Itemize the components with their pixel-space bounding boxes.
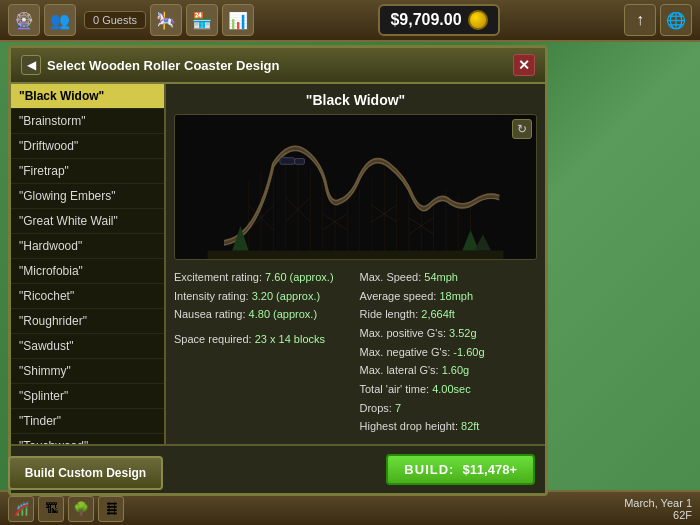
avg-speed-stat: Average speed: 18mph xyxy=(360,287,538,306)
shop-icon[interactable]: 🏪 xyxy=(186,4,218,36)
back-button[interactable]: ◀ xyxy=(21,55,41,75)
list-item[interactable]: "Hardwood" xyxy=(11,234,164,259)
neg-g-stat: Max. negative G's: -1.60g xyxy=(360,343,538,362)
dialog-title-left: ◀ Select Wooden Roller Coaster Design xyxy=(21,55,279,75)
list-item[interactable]: "Brainstorm" xyxy=(11,109,164,134)
list-item[interactable]: "Microfobia" xyxy=(11,259,164,284)
build-button[interactable]: BUILD: $11,478+ xyxy=(386,454,535,485)
max-speed-stat: Max. Speed: 54mph xyxy=(360,268,538,287)
excitement-stat: Excitement rating: 7.60 (approx.) xyxy=(174,268,352,287)
guest-count: 0 Guests xyxy=(84,11,146,29)
money-display: $9,709.00 xyxy=(378,4,499,36)
temperature-text: 62F xyxy=(673,509,692,521)
construction-icon[interactable]: 🏗 xyxy=(38,496,64,522)
nausea-stat: Nausea rating: 4.80 (approx.) xyxy=(174,305,352,324)
ride-length-stat: Ride length: 2,664ft xyxy=(360,305,538,324)
list-item[interactable]: "Tinder" xyxy=(11,409,164,434)
pos-g-stat: Max. positive G's: 3.52g xyxy=(360,324,538,343)
custom-design-button[interactable]: Build Custom Design xyxy=(8,456,163,490)
top-bar: 🎡 👥 0 Guests 🎠 🏪 📊 $9,709.00 ↑ 🌐 xyxy=(0,0,700,42)
date-weather: March, Year 1 62F xyxy=(624,497,692,521)
list-item[interactable]: "Black Widow" xyxy=(11,84,164,109)
scenery-icon[interactable]: 🌳 xyxy=(68,496,94,522)
list-item[interactable]: "Glowing Embers" xyxy=(11,184,164,209)
list-item[interactable]: "Great White Wail" xyxy=(11,209,164,234)
list-item[interactable]: "Firetrap" xyxy=(11,159,164,184)
globe-btn[interactable]: 🌐 xyxy=(660,4,692,36)
list-item[interactable]: "Ricochet" xyxy=(11,284,164,309)
build-price: $11,478+ xyxy=(462,462,517,477)
space-stat: Space required: 23 x 14 blocks xyxy=(174,330,352,349)
svg-rect-32 xyxy=(208,251,504,259)
coaster-preview: ↻ xyxy=(174,114,537,260)
drops-stat: Drops: 7 xyxy=(360,399,538,418)
stats-left: Excitement rating: 7.60 (approx.) Intens… xyxy=(174,268,352,436)
list-item[interactable]: "Splinter" xyxy=(11,384,164,409)
scroll-up-btn[interactable]: ↑ xyxy=(624,4,656,36)
date-text: March, Year 1 xyxy=(624,497,692,509)
list-item[interactable]: "Roughrider" xyxy=(11,309,164,334)
money-amount: $9,709.00 xyxy=(390,11,461,29)
dialog-title-bar: ◀ Select Wooden Roller Coaster Design ✕ xyxy=(11,48,545,84)
svg-rect-30 xyxy=(280,158,295,165)
menu-icon[interactable]: 🎡 xyxy=(8,4,40,36)
finance-icon[interactable]: 📊 xyxy=(222,4,254,36)
list-item[interactable]: "Touchwood" xyxy=(11,434,164,444)
coaster-select-dialog: ◀ Select Wooden Roller Coaster Design ✕ … xyxy=(8,45,548,496)
lat-g-stat: Max. lateral G's: 1.60g xyxy=(360,361,538,380)
dialog-title: Select Wooden Roller Coaster Design xyxy=(47,58,279,73)
dialog-body: "Black Widow""Brainstorm""Driftwood""Fir… xyxy=(11,84,545,444)
list-item[interactable]: "Shimmy" xyxy=(11,359,164,384)
guests-icon[interactable]: 👥 xyxy=(44,4,76,36)
bottom-icons: 🎢 🏗 🌳 🛤 xyxy=(8,496,124,522)
intensity-stat: Intensity rating: 3.20 (approx.) xyxy=(174,287,352,306)
coin-icon xyxy=(468,10,488,30)
svg-rect-31 xyxy=(295,159,305,165)
list-item[interactable]: "Driftwood" xyxy=(11,134,164,159)
build-label: BUILD: xyxy=(404,462,454,477)
stats-right: Max. Speed: 54mph Average speed: 18mph R… xyxy=(360,268,538,436)
air-time-stat: Total 'air' time: 4.00sec xyxy=(360,380,538,399)
stats-container: Excitement rating: 7.60 (approx.) Intens… xyxy=(174,268,537,436)
refresh-btn[interactable]: ↻ xyxy=(512,119,532,139)
path-icon[interactable]: 🛤 xyxy=(98,496,124,522)
ride-icon[interactable]: 🎠 xyxy=(150,4,182,36)
close-button[interactable]: ✕ xyxy=(513,54,535,76)
list-item[interactable]: "Sawdust" xyxy=(11,334,164,359)
coaster-list[interactable]: "Black Widow""Brainstorm""Driftwood""Fir… xyxy=(11,84,166,444)
top-right-controls: ↑ 🌐 xyxy=(624,4,692,36)
coaster-detail: "Black Widow" xyxy=(166,84,545,444)
roller-coaster-icon[interactable]: 🎢 xyxy=(8,496,34,522)
drop-height-stat: Highest drop height: 82ft xyxy=(360,417,538,436)
detail-title: "Black Widow" xyxy=(174,92,537,108)
top-left-controls: 🎡 👥 0 Guests 🎠 🏪 📊 xyxy=(8,4,254,36)
